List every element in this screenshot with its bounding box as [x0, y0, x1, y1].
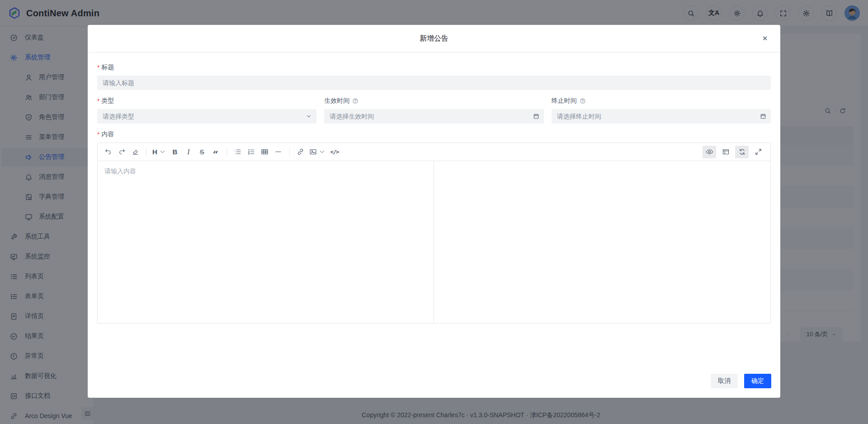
rich-text-editor: H B I S “ </>	[97, 143, 771, 324]
content-field-label: * 内容	[97, 130, 771, 138]
close-icon[interactable]: ✕	[760, 33, 770, 44]
dialog-header: 新增公告 ✕	[88, 25, 780, 52]
end-time-field-label: 终止时间	[552, 97, 771, 105]
horizontal-rule-button[interactable]	[272, 146, 285, 158]
title-input-wrap	[97, 76, 771, 90]
quote-button[interactable]: “	[209, 146, 222, 158]
table-button[interactable]	[258, 146, 272, 158]
redo-icon	[118, 148, 126, 156]
type-select[interactable]	[97, 109, 316, 124]
table-icon	[261, 148, 269, 156]
editor-placeholder: 请输入内容	[104, 167, 427, 176]
panel-toggle-button[interactable]	[719, 146, 732, 158]
code-block-button[interactable]: </>	[328, 146, 341, 158]
redo-button[interactable]	[115, 146, 128, 158]
editor-toolbar: H B I S “ </>	[98, 143, 770, 161]
clear-format-button[interactable]	[128, 146, 142, 158]
eye-icon	[706, 148, 713, 156]
add-announcement-dialog: 新增公告 ✕ * 标题 * 类型 生效时间	[88, 25, 780, 398]
bold-button[interactable]: B	[168, 146, 182, 158]
toolbar-divider	[289, 148, 290, 156]
editor-input-pane[interactable]: 请输入内容	[98, 161, 434, 323]
required-mark: *	[97, 64, 99, 71]
ordered-list-button[interactable]	[245, 146, 258, 158]
required-mark: *	[97, 131, 99, 138]
image-icon	[309, 148, 317, 156]
sync-icon	[738, 148, 746, 156]
dialog-footer: 取消 确定	[88, 371, 780, 398]
cancel-button[interactable]: 取消	[711, 374, 738, 388]
toolbar-divider	[146, 148, 146, 156]
ordered-list-icon	[247, 148, 255, 156]
help-question-icon	[580, 98, 586, 104]
link-icon	[297, 148, 304, 156]
undo-icon	[104, 148, 112, 156]
title-field-label: * 标题	[97, 63, 771, 71]
image-button[interactable]	[307, 146, 328, 158]
dialog-body: * 标题 * 类型 生效时间	[88, 52, 780, 371]
calendar-icon	[760, 113, 766, 119]
sync-scroll-button[interactable]	[735, 146, 749, 158]
chevron-down-icon	[159, 148, 166, 156]
bulleted-list-icon	[234, 148, 241, 156]
link-button[interactable]	[294, 146, 307, 158]
title-input[interactable]	[97, 76, 771, 90]
help-question-icon	[352, 98, 359, 104]
italic-button[interactable]: I	[182, 146, 195, 158]
type-field-label: * 类型	[97, 97, 316, 105]
panel-layout-icon	[722, 148, 730, 156]
required-mark: *	[97, 97, 99, 105]
strikethrough-button[interactable]: S	[195, 146, 209, 158]
bulleted-list-button[interactable]	[231, 146, 245, 158]
heading-button[interactable]: H	[151, 146, 168, 158]
expand-icon	[755, 148, 762, 156]
chevron-down-icon	[318, 148, 326, 156]
undo-button[interactable]	[101, 146, 115, 158]
end-time-picker[interactable]	[552, 109, 771, 124]
horizontal-rule-icon	[274, 148, 282, 156]
calendar-icon	[533, 113, 539, 119]
dialog-title: 新增公告	[420, 34, 448, 43]
effective-time-field-label: 生效时间	[324, 97, 543, 105]
editor-fullscreen-button[interactable]	[751, 146, 765, 158]
editor-toolbar-right	[703, 146, 767, 158]
editor-panes: 请输入内容	[98, 161, 770, 323]
preview-toggle-button[interactable]	[703, 146, 716, 158]
toolbar-divider	[226, 148, 227, 156]
effective-time-picker[interactable]	[324, 109, 543, 124]
eraser-icon	[132, 148, 139, 156]
chevron-down-icon	[306, 113, 312, 119]
confirm-button[interactable]: 确定	[744, 374, 771, 388]
editor-preview-pane	[434, 161, 770, 323]
